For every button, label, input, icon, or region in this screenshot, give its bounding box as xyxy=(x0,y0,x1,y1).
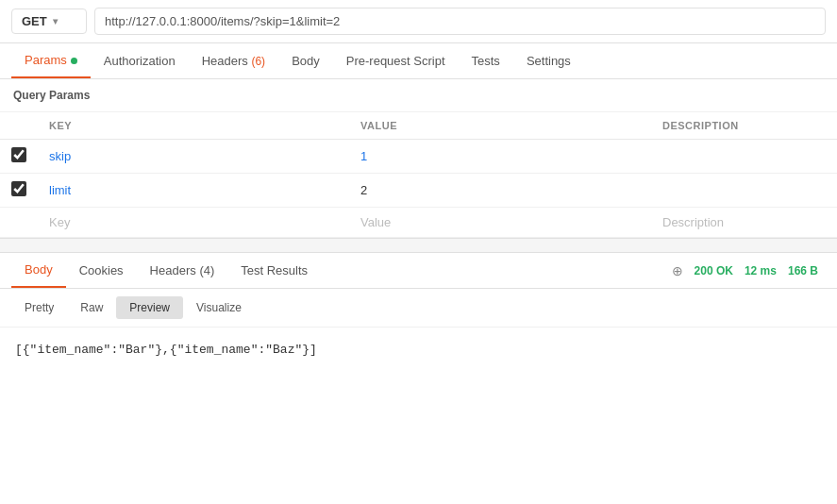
tab-authorization-label: Authorization xyxy=(104,54,176,68)
tab-settings-label: Settings xyxy=(527,54,571,68)
table-row-empty: Key Value Description xyxy=(0,208,837,238)
response-status-bar: ⊕ 200 OK 12 ms 166 B xyxy=(672,263,826,278)
chevron-down-icon: ▾ xyxy=(53,16,58,26)
tab-headers-label: Headers xyxy=(202,54,248,68)
table-row: skip 1 xyxy=(0,140,837,174)
row-limit-value: 2 xyxy=(360,183,367,197)
tab-tests[interactable]: Tests xyxy=(459,44,513,77)
tab-params-label: Params xyxy=(25,53,67,67)
params-dot-icon xyxy=(71,58,77,64)
status-time: 12 ms xyxy=(745,264,777,277)
format-tabs: Pretty Raw Preview Visualize xyxy=(0,289,837,328)
format-tab-pretty[interactable]: Pretty xyxy=(11,296,67,319)
tab-response-testresults-label: Test Results xyxy=(241,263,308,277)
tab-response-body-label: Body xyxy=(25,262,53,277)
format-tab-preview[interactable]: Preview xyxy=(116,296,183,319)
method-selector[interactable]: GET ▾ xyxy=(11,8,87,34)
table-row: limit 2 xyxy=(0,174,837,208)
tab-response-cookies[interactable]: Cookies xyxy=(66,254,137,287)
section-divider xyxy=(0,238,837,253)
response-body: [{"item_name":"Bar"},{"item_name":"Baz"}… xyxy=(0,328,837,374)
empty-value-placeholder: Value xyxy=(360,215,391,229)
tab-tests-label: Tests xyxy=(472,54,500,68)
tab-authorization[interactable]: Authorization xyxy=(91,44,189,77)
tab-settings[interactable]: Settings xyxy=(513,44,584,77)
empty-description-placeholder: Description xyxy=(662,215,724,229)
tab-prerequest-label: Pre-request Script xyxy=(346,54,445,68)
tab-response-testresults[interactable]: Test Results xyxy=(227,254,321,287)
params-table: KEY VALUE DESCRIPTION skip 1 limit 2 Key… xyxy=(0,112,837,238)
response-content: [{"item_name":"Bar"},{"item_name":"Baz"}… xyxy=(15,343,317,357)
response-headers-badge: (4) xyxy=(199,263,214,277)
format-pretty-label: Pretty xyxy=(25,301,54,314)
row-limit-checkbox[interactable] xyxy=(11,181,26,196)
status-code: 200 OK xyxy=(695,264,733,277)
url-input[interactable] xyxy=(94,8,826,35)
headers-badge: (6) xyxy=(251,55,265,68)
row-skip-value: 1 xyxy=(360,149,367,163)
url-bar: GET ▾ xyxy=(0,0,837,43)
response-tabs: Body Cookies Headers (4) Test Results ⊕ … xyxy=(0,253,837,289)
response-left-tabs: Body Cookies Headers (4) Test Results xyxy=(11,253,672,288)
col-description: DESCRIPTION xyxy=(651,112,837,140)
format-preview-label: Preview xyxy=(129,301,170,314)
tab-response-headers-label: Headers xyxy=(150,263,196,277)
request-tabs: Params Authorization Headers (6) Body Pr… xyxy=(0,43,837,79)
tab-params[interactable]: Params xyxy=(11,43,91,78)
empty-key-placeholder: Key xyxy=(49,215,70,229)
tab-response-body[interactable]: Body xyxy=(11,253,66,288)
tab-body[interactable]: Body xyxy=(278,44,333,77)
globe-icon: ⊕ xyxy=(672,263,683,278)
row-skip-key: skip xyxy=(49,149,71,163)
format-raw-label: Raw xyxy=(80,301,103,314)
method-label: GET xyxy=(22,14,47,28)
format-tab-visualize[interactable]: Visualize xyxy=(183,296,255,319)
row-limit-key: limit xyxy=(49,183,71,197)
col-value: VALUE xyxy=(349,112,651,140)
row-skip-checkbox[interactable] xyxy=(11,147,26,162)
tab-prerequest[interactable]: Pre-request Script xyxy=(333,44,459,77)
col-checkbox xyxy=(0,112,38,140)
tab-response-headers[interactable]: Headers (4) xyxy=(137,254,228,287)
col-key: KEY xyxy=(38,112,349,140)
tab-response-cookies-label: Cookies xyxy=(79,263,124,277)
query-params-label: Query Params xyxy=(0,79,837,112)
format-visualize-label: Visualize xyxy=(196,301,242,314)
tab-body-label: Body xyxy=(292,54,320,68)
status-size: 166 B xyxy=(788,264,818,277)
tab-headers[interactable]: Headers (6) xyxy=(189,44,278,77)
format-tab-raw[interactable]: Raw xyxy=(67,296,116,319)
